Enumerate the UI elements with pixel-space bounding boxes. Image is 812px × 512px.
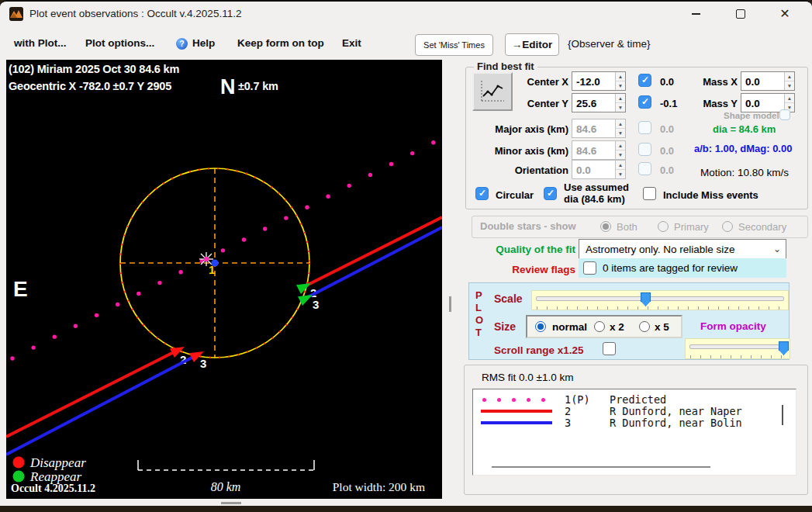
disappear-dot-icon xyxy=(13,457,25,469)
minor-axis-spinner[interactable]: ▲▼ xyxy=(615,141,625,159)
spin-up-icon[interactable]: ▲ xyxy=(616,94,625,102)
form-opacity-slider-track[interactable] xyxy=(689,344,786,349)
spin-up-icon[interactable]: ▲ xyxy=(616,72,625,81)
occultation-plot[interactable]: 22331 (102) Miriam 2025 Oct 30 84.6 km G… xyxy=(6,60,442,499)
major-axis-spinner[interactable]: ▲▼ xyxy=(615,119,625,137)
form-opacity-slider[interactable] xyxy=(685,338,790,359)
review-flags-checkbox[interactable] xyxy=(583,261,596,275)
center-x-input[interactable] xyxy=(572,72,615,90)
rms-group: RMS fit 0.0 ±1.0 km 1(P) Predicted 2 R D… xyxy=(464,365,808,495)
center-x-offset-checkbox[interactable] xyxy=(638,74,651,87)
quality-of-fit-value: Astrometry only. No reliable size xyxy=(579,244,769,255)
minimize-icon xyxy=(692,13,700,15)
orientation-field[interactable]: ▲▼ xyxy=(572,160,626,179)
size-x2-label: x 2 xyxy=(610,321,624,333)
scale-slider[interactable] xyxy=(531,290,789,310)
menu-plot-options[interactable]: Plot options... xyxy=(85,37,154,49)
double-stars-secondary-radio[interactable] xyxy=(722,221,733,232)
minimize-button[interactable] xyxy=(673,2,718,26)
disappear-legend-label: Disappear xyxy=(29,455,86,470)
shape-model-checkbox[interactable] xyxy=(779,109,790,120)
size-radio-group: normal x 2 x 5 xyxy=(526,315,682,338)
size-x5-radio[interactable] xyxy=(639,321,650,332)
scroll-range-checkbox[interactable] xyxy=(603,342,616,355)
orientation-label: Orientation xyxy=(485,164,568,176)
spin-up-icon[interactable]: ▲ xyxy=(616,161,625,169)
maximize-icon xyxy=(736,9,745,19)
svg-text:1: 1 xyxy=(209,263,215,276)
mass-x-field[interactable]: ▲▼ xyxy=(741,71,795,91)
center-y-field[interactable]: ▲▼ xyxy=(572,93,626,112)
mass-x-input[interactable] xyxy=(741,72,784,90)
plot-canvas[interactable]: 22331 (102) Miriam 2025 Oct 30 84.6 km G… xyxy=(6,60,442,499)
plot-title-line2-prefix: Geocentric X -782.0 ±0.7 Y 2905 xyxy=(9,80,171,92)
use-assumed-dia-checkbox[interactable] xyxy=(544,187,557,200)
center-y-offset-checkbox[interactable] xyxy=(638,95,651,109)
set-miss-times-button[interactable]: Set 'Miss' Times xyxy=(415,34,493,56)
scale-slider-track[interactable] xyxy=(536,296,784,301)
menu-help[interactable]: Help xyxy=(192,37,215,49)
orientation-offset-checkbox[interactable] xyxy=(638,162,651,175)
major-axis-input[interactable] xyxy=(572,119,615,137)
center-y-input[interactable] xyxy=(572,94,615,112)
center-y-spinner[interactable]: ▲▼ xyxy=(615,94,625,112)
help-icon: ? xyxy=(176,38,188,50)
spin-down-icon[interactable]: ▼ xyxy=(616,128,625,137)
spin-down-icon[interactable]: ▼ xyxy=(616,169,625,178)
legend-entry-id: 2 xyxy=(565,405,571,417)
orientation-spinner[interactable]: ▲▼ xyxy=(615,161,625,178)
spin-down-icon[interactable]: ▼ xyxy=(785,81,794,90)
maximize-button[interactable] xyxy=(718,2,763,26)
window-title: Plot event observations : Occult v.4.202… xyxy=(29,8,241,19)
spin-up-icon[interactable]: ▲ xyxy=(785,94,794,102)
plot-letter-l: L xyxy=(475,302,482,313)
orientation-input[interactable] xyxy=(572,161,615,178)
quality-of-fit-select[interactable]: Astrometry only. No reliable size ⌄ xyxy=(579,239,786,259)
editor-button[interactable]: →Editor xyxy=(505,33,559,56)
minor-axis-input[interactable] xyxy=(572,141,615,159)
include-miss-events-checkbox[interactable] xyxy=(643,187,656,200)
center-x-field[interactable]: ▲▼ xyxy=(572,71,626,91)
spin-up-icon[interactable]: ▲ xyxy=(616,141,625,150)
menu-keep-form-on-top[interactable]: Keep form on top xyxy=(237,37,324,49)
north-compass-label: N xyxy=(220,75,236,99)
size-x2-radio[interactable] xyxy=(594,321,605,332)
double-stars-group: Double stars - show Both Primary Seconda… xyxy=(472,216,808,238)
close-button[interactable]: ✕ xyxy=(763,2,807,26)
spin-up-icon[interactable]: ▲ xyxy=(785,72,794,81)
major-axis-offset-checkbox[interactable] xyxy=(638,121,651,134)
chord-legend-listbox[interactable]: 1(P) Predicted 2 R Dunford, near Naper 3… xyxy=(472,389,796,476)
legend-entry-id: 3 xyxy=(565,417,571,429)
center-x-label: Center X xyxy=(514,76,568,88)
menu-exit[interactable]: Exit xyxy=(342,37,361,49)
spin-down-icon[interactable]: ▼ xyxy=(616,150,625,159)
double-stars-both-radio[interactable] xyxy=(600,221,611,232)
form-opacity-slider-thumb[interactable] xyxy=(779,341,789,355)
chevron-down-icon: ⌄ xyxy=(769,244,786,254)
spin-up-icon[interactable]: ▲ xyxy=(616,119,625,128)
double-stars-secondary-label: Secondary xyxy=(738,221,786,233)
plot-horizontal-scroll-thumb[interactable] xyxy=(221,502,241,504)
scale-slider-thumb[interactable] xyxy=(641,292,651,306)
fit-plot-button[interactable] xyxy=(472,72,513,111)
plot-vertical-scroll-thumb[interactable] xyxy=(449,296,451,312)
plot-controls-panel: P L O T Scale Size normal x 2 x 5 Form o… xyxy=(468,282,790,360)
title-bar: Plot event observations : Occult v.4.202… xyxy=(0,2,812,26)
spin-down-icon[interactable]: ▼ xyxy=(616,81,625,90)
double-stars-primary-label: Primary xyxy=(674,221,709,233)
double-stars-primary-radio[interactable] xyxy=(658,221,669,232)
mass-x-spinner[interactable]: ▲▼ xyxy=(784,72,794,90)
minor-axis-offset-checkbox[interactable] xyxy=(638,143,651,156)
circular-checkbox[interactable] xyxy=(475,187,489,200)
center-x-spinner[interactable]: ▲▼ xyxy=(615,72,625,90)
minor-axis-field[interactable]: ▲▼ xyxy=(572,140,626,160)
quality-of-fit-label: Quality of the fit xyxy=(472,244,575,255)
menu-with-plot[interactable]: with Plot... xyxy=(14,37,67,49)
plot-horizontal-scrollbar[interactable] xyxy=(6,499,442,506)
orientation-offset-value: 0.0 xyxy=(660,164,674,176)
mass-y-input[interactable] xyxy=(741,94,784,112)
form-opacity-slider-ticks xyxy=(690,355,785,358)
spin-down-icon[interactable]: ▼ xyxy=(616,102,625,112)
major-axis-field[interactable]: ▲▼ xyxy=(572,119,626,138)
size-normal-radio[interactable] xyxy=(535,321,546,332)
